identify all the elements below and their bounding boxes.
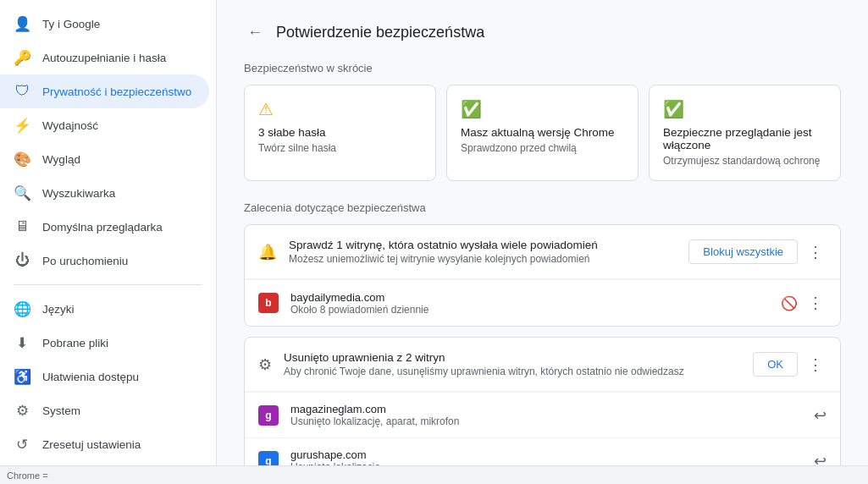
sidebar-item-wyglad[interactable]: 🎨 Wygląd (0, 142, 209, 176)
sub-item-domain: baydailymedia.com (290, 291, 769, 304)
recommendations-title: Zalecenia dotyczące bezpieczeństwa (244, 201, 841, 214)
rec-header-permissions: ⚙ Usunięto uprawnienia z 2 witryn Aby ch… (245, 338, 840, 392)
sidebar-label: System (42, 404, 80, 417)
undo-button[interactable]: ↩ (814, 406, 827, 425)
key-icon: 🔑 (14, 49, 30, 66)
sidebar-item-jezyki[interactable]: 🌐 Języki (0, 292, 209, 326)
rec-header-actions-notifications: Blokuj wszystkie ⋮ (688, 239, 827, 265)
performance-icon: ⚡ (14, 117, 30, 134)
status-bar: Chrome = (0, 465, 868, 484)
system-icon: ⚙ (14, 402, 30, 419)
appearance-icon: 🎨 (14, 151, 30, 168)
sidebar-item-wydajnosc[interactable]: ⚡ Wydajność (0, 108, 209, 142)
sidebar-label: Autouzupełnianie i hasła (42, 52, 166, 64)
back-button[interactable]: ← (244, 20, 266, 45)
back-arrow-icon: ← (247, 24, 263, 41)
rec-header-notifications: 🔔 Sprawdź 1 witrynę, która ostatnio wysł… (245, 225, 840, 279)
browser-icon: 🖥 (14, 218, 30, 235)
more-options-button[interactable]: ⋮ (804, 290, 827, 316)
shield-icon: 🛡 (14, 83, 30, 100)
check-icon: ✅ (461, 99, 624, 119)
card-chrome-version[interactable]: ✅ Masz aktualną wersję Chrome Sprawdzono… (446, 85, 639, 181)
sidebar-label: Ty i Google (42, 18, 100, 30)
card-safe-browsing[interactable]: ✅ Bezpieczne przeglądanie jest włączone … (649, 85, 841, 181)
sidebar-label: Wyszukiwarka (42, 187, 115, 200)
rec-header-title: Sprawdź 1 witrynę, która ostatnio wysłał… (289, 239, 677, 251)
person-icon: 👤 (14, 15, 30, 32)
sidebar-item-pobrane[interactable]: ⬇ Pobrane pliki (0, 326, 209, 360)
sidebar-label: Wydajność (42, 119, 98, 132)
sub-item-domain: magazineglam.com (290, 403, 802, 415)
security-summary-title: Bezpieczeństwo w skrócie (244, 62, 841, 74)
rec-header-subtitle: Możesz uniemożliwić tej witrynie wysyłan… (289, 253, 677, 265)
page-title: Potwierdzenie bezpieczeństwa (276, 24, 484, 41)
sidebar-label: Języki (42, 303, 75, 316)
rec-header-actions-permissions: OK ⋮ (753, 352, 827, 377)
sidebar-item-autouzupelnianie[interactable]: 🔑 Autouzupełnianie i hasła (0, 41, 209, 74)
ok-button[interactable]: OK (753, 352, 798, 377)
rec-header-subtitle: Aby chronić Twoje dane, usunęliśmy upraw… (284, 366, 741, 377)
sub-item-domain: gurushape.com (290, 448, 802, 461)
sidebar-item-system[interactable]: ⚙ System (0, 393, 209, 427)
startup-icon: ⏻ (14, 252, 30, 269)
status-text: Chrome = (7, 470, 48, 481)
sub-item-detail: Około 8 powiadomień dziennie (290, 304, 769, 316)
sidebar-item-ty-i-google[interactable]: 👤 Ty i Google (0, 7, 209, 41)
sidebar-label: Domyślna przeglądarka (42, 221, 163, 234)
favicon-baydailymedia: b (258, 293, 279, 313)
bell-icon: 🔔 (258, 243, 277, 261)
rec-header-title: Usunięto uprawnienia z 2 witryn (284, 351, 741, 364)
sub-item-detail: Usunięto lokalizację, aparat, mikrofon (290, 415, 802, 427)
rec-header-text-permissions: Usunięto uprawnienia z 2 witryn Aby chro… (284, 351, 741, 377)
sub-item-text-magazineglam: magazineglam.com Usunięto lokalizację, a… (290, 403, 802, 427)
card-weak-passwords[interactable]: ⚠ 3 słabe hasła Twórz silne hasła (244, 85, 436, 181)
card-subtitle: Twórz silne hasła (258, 142, 422, 154)
page-header: ← Potwierdzenie bezpieczeństwa (244, 20, 841, 45)
sidebar-label: Po uruchomieniu (42, 255, 128, 267)
sidebar-item-zresetuj[interactable]: ↺ Zresetuj ustawienia (0, 427, 209, 461)
sidebar-label: Ułatwienia dostępu (42, 371, 139, 383)
sidebar: 👤 Ty i Google 🔑 Autouzupełnianie i hasła… (0, 0, 217, 484)
settings-icon: ⚙ (258, 355, 272, 374)
sidebar-label: Zresetuj ustawienia (42, 438, 141, 451)
sidebar-item-prywatnosc[interactable]: 🛡 Prywatność i bezpieczeństwo (0, 74, 209, 108)
warning-icon: ⚠ (258, 99, 422, 119)
sub-item-magazineglam: g magazineglam.com Usunięto lokalizację,… (245, 392, 840, 437)
card-title: Bezpieczne przeglądanie jest włączone (663, 126, 827, 151)
more-options-button[interactable]: ⋮ (804, 352, 827, 377)
sidebar-label: Wygląd (42, 153, 80, 166)
sub-item-baydailymedia: b baydailymedia.com Około 8 powiadomień … (245, 279, 840, 326)
check-icon: ✅ (663, 99, 827, 119)
block-icon: 🚫 (781, 295, 798, 311)
main-content: ← Potwierdzenie bezpieczeństwa Bezpiecze… (217, 0, 868, 484)
language-icon: 🌐 (14, 300, 30, 317)
sidebar-label: Pobrane pliki (42, 337, 108, 349)
sidebar-item-domyslna[interactable]: 🖥 Domyślna przeglądarka (0, 210, 209, 244)
search-icon: 🔍 (14, 184, 30, 201)
rec-group-permissions: ⚙ Usunięto uprawnienia z 2 witryn Aby ch… (244, 337, 841, 484)
sidebar-item-po-uruchomieniu[interactable]: ⏻ Po uruchomieniu (0, 244, 209, 278)
card-title: Masz aktualną wersję Chrome (461, 126, 624, 139)
block-all-button[interactable]: Blokuj wszystkie (688, 239, 798, 264)
card-title: 3 słabe hasła (258, 126, 422, 139)
accessibility-icon: ♿ (14, 368, 30, 385)
sidebar-item-ulatwienia[interactable]: ♿ Ułatwienia dostępu (0, 360, 209, 393)
reset-icon: ↺ (14, 436, 30, 453)
sidebar-divider-1 (14, 284, 202, 285)
card-subtitle: Otrzymujesz standardową ochronę (663, 155, 827, 167)
favicon-magazineglam: g (258, 405, 279, 426)
download-icon: ⬇ (14, 334, 30, 351)
more-options-button[interactable]: ⋮ (804, 239, 827, 265)
sidebar-label: Prywatność i bezpieczeństwo (42, 85, 191, 98)
rec-group-notifications: 🔔 Sprawdź 1 witrynę, która ostatnio wysł… (244, 224, 841, 327)
rec-header-text-notifications: Sprawdź 1 witrynę, która ostatnio wysłał… (289, 239, 677, 265)
sub-item-actions-baydailymedia: 🚫 ⋮ (781, 290, 827, 316)
card-subtitle: Sprawdzono przed chwilą (461, 142, 624, 154)
sub-item-text-baydailymedia: baydailymedia.com Około 8 powiadomień dz… (290, 291, 769, 316)
sidebar-item-wyszukiwarka[interactable]: 🔍 Wyszukiwarka (0, 176, 209, 210)
security-cards-row: ⚠ 3 słabe hasła Twórz silne hasła ✅ Masz… (244, 85, 841, 181)
sub-item-actions-magazineglam: ↩ (814, 406, 827, 425)
